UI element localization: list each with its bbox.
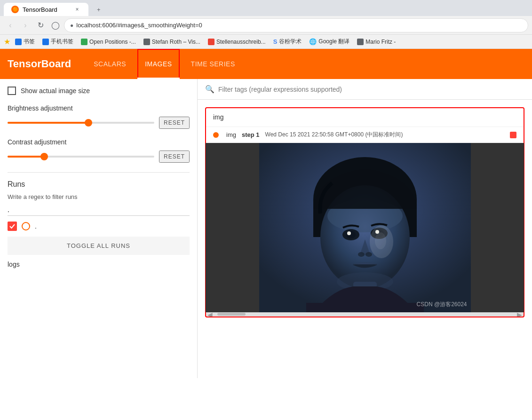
- contrast-fill: [8, 156, 44, 158]
- image-meta-step-label: step 1: [242, 131, 260, 138]
- contrast-track: [8, 156, 154, 158]
- tensorboard-app: TensorBoard SCALARS IMAGES TIME SERIES S…: [0, 49, 532, 378]
- bookmark-mobile[interactable]: 手机书签: [40, 37, 76, 47]
- run-dot-label: .: [35, 222, 37, 230]
- bookmark-shuqian[interactable]: 书签: [12, 37, 38, 47]
- bookmark-favicon: [81, 39, 87, 45]
- home-button[interactable]: ◯: [49, 19, 62, 32]
- image-color-indicator: [510, 132, 516, 138]
- bookmark-favicon: [208, 39, 214, 45]
- svg-point-11: [358, 252, 365, 257]
- svg-point-7: [347, 231, 351, 235]
- bookmark-stellenausschreib[interactable]: Stellenausschreib...: [205, 38, 269, 46]
- tab-bar: 🟠 TensorBoard × +: [0, 0, 532, 16]
- bookmark-favicon: [143, 39, 150, 45]
- svg-point-12: [365, 252, 372, 257]
- bookmark-favicon: [15, 39, 22, 45]
- bookmark-gufenxueshu[interactable]: S 谷粉学术: [270, 37, 305, 47]
- face-image-svg: [259, 143, 471, 312]
- address-bar: ‹ › ↻ ◯ ● localhost:6006/#images&_smooth…: [0, 16, 532, 35]
- bookmark-open-positions[interactable]: Open Positions -...: [78, 38, 139, 46]
- forward-button[interactable]: ›: [19, 19, 32, 32]
- tb-content: img img step 1 Wed Dec 15 2021 22:50:58 …: [198, 100, 532, 378]
- brightness-label: Brightness adjustment: [8, 104, 190, 112]
- nav-item-images[interactable]: IMAGES: [137, 49, 179, 79]
- tb-main: Show actual image size Brightness adjust…: [0, 79, 532, 378]
- watermark: CSDN @游客26024: [417, 301, 467, 309]
- image-card: img img step 1 Wed Dec 15 2021 22:50:58 …: [205, 107, 524, 317]
- brightness-thumb[interactable]: [85, 119, 92, 127]
- brightness-slider-row: RESET: [8, 117, 190, 129]
- scrollbar-thumb[interactable]: [217, 313, 246, 316]
- orange-dot: [213, 132, 219, 138]
- brightness-reset-button[interactable]: RESET: [159, 117, 190, 129]
- checkmark-icon: [9, 223, 16, 230]
- image-meta-tag: img: [226, 131, 236, 138]
- run-circle[interactable]: [22, 222, 30, 230]
- bookmark-favicon: [357, 39, 364, 45]
- back-button[interactable]: ‹: [4, 19, 17, 32]
- show-actual-size-label: Show actual image size: [21, 87, 90, 95]
- tb-left-panel: Show actual image size Brightness adjust…: [0, 79, 198, 378]
- bookmark-favicon: [42, 39, 49, 45]
- bookmark-stefan-roth[interactable]: Stefan Roth – Vis...: [141, 38, 203, 46]
- url-bar[interactable]: ● localhost:6006/#images&_smoothingWeigh…: [64, 18, 528, 32]
- brightness-track: [8, 122, 154, 124]
- contrast-thumb[interactable]: [40, 153, 48, 160]
- runs-regex-input[interactable]: [8, 204, 190, 216]
- image-card-meta: img step 1 Wed Dec 15 2021 22:50:58 GMT+…: [213, 131, 403, 139]
- runs-label: Runs: [8, 180, 190, 189]
- bookmark-mario-fritz[interactable]: Mario Fritz -: [354, 38, 398, 46]
- lock-icon: ●: [70, 22, 73, 29]
- contrast-section: Contrast adjustment RESET: [8, 138, 190, 163]
- contrast-reset-button[interactable]: RESET: [159, 151, 190, 163]
- image-placeholder: CSDN @游客26024: [259, 143, 471, 312]
- image-card-header: img: [206, 108, 524, 127]
- bookmark-google-translate[interactable]: 🌐 Google 翻译: [306, 37, 352, 47]
- image-display: CSDN @游客26024: [206, 143, 524, 312]
- tb-nav: TensorBoard SCALARS IMAGES TIME SERIES: [0, 49, 532, 79]
- tb-nav-items: SCALARS IMAGES TIME SERIES: [86, 49, 243, 79]
- show-actual-size-checkbox[interactable]: [8, 87, 16, 95]
- svg-point-17: [375, 232, 386, 249]
- run-checkbox-checked[interactable]: [8, 222, 17, 231]
- url-text: localhost:6006/#images&_smoothingWeight=…: [76, 22, 202, 29]
- image-card-info: img step 1 Wed Dec 15 2021 22:50:58 GMT+…: [206, 127, 524, 143]
- brightness-section: Brightness adjustment RESET: [8, 104, 190, 129]
- runs-items: .: [8, 222, 190, 231]
- bookmark-favicon: 🌐: [309, 38, 317, 45]
- scrollbar-track[interactable]: [214, 313, 515, 316]
- tab-close-button[interactable]: ×: [73, 6, 81, 13]
- image-meta-timestamp: Wed Dec 15 2021 22:50:58 GMT+0800 (中国标准时…: [265, 131, 403, 139]
- image-card-title: img: [213, 113, 224, 121]
- refresh-button[interactable]: ↻: [34, 19, 47, 32]
- tb-right-panel: 🔍 img img step 1 Wed Dec 15 2021 22:50:5…: [198, 79, 532, 378]
- runs-regex-label: Write a regex to filter runs: [8, 193, 190, 200]
- browser-window: 🟠 TensorBoard × + ‹ › ↻ ◯ ● localhost:60…: [0, 0, 532, 49]
- contrast-slider-row: RESET: [8, 151, 190, 163]
- contrast-label: Contrast adjustment: [8, 138, 190, 146]
- filter-bar: 🔍: [198, 79, 532, 100]
- star-icon: ★: [4, 37, 10, 46]
- nav-item-time-series[interactable]: TIME SERIES: [183, 49, 243, 79]
- search-icon: 🔍: [205, 85, 214, 94]
- bookmarks-bar: ★ 书签 手机书签 Open Positions -... Stefan Rot…: [0, 35, 532, 49]
- divider: [8, 172, 190, 173]
- show-actual-size-row: Show actual image size: [8, 87, 190, 95]
- toggle-all-runs-button[interactable]: TOGGLE ALL RUNS: [8, 237, 190, 255]
- brightness-slider[interactable]: [8, 118, 154, 127]
- nav-item-scalars[interactable]: SCALARS: [86, 49, 134, 79]
- active-tab[interactable]: 🟠 TensorBoard ×: [4, 3, 88, 16]
- svg-rect-15: [306, 303, 424, 312]
- tb-logo: TensorBoard: [8, 58, 71, 70]
- bookmark-favicon: S: [273, 38, 278, 45]
- new-tab-button[interactable]: +: [89, 3, 108, 16]
- logs-label: logs: [8, 261, 190, 268]
- tab-favicon: 🟠: [11, 6, 19, 13]
- filter-input[interactable]: [218, 86, 524, 93]
- brightness-fill: [8, 122, 88, 124]
- tab-label: TensorBoard: [23, 6, 57, 13]
- image-scrollbar[interactable]: ◀ ▶: [206, 312, 524, 317]
- contrast-slider[interactable]: [8, 152, 154, 161]
